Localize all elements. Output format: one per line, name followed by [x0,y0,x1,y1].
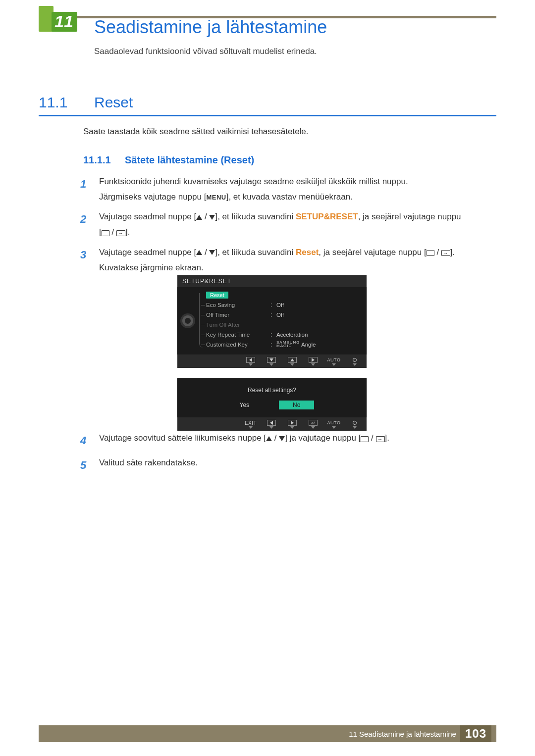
step-text: ], et liikuda suvandini [215,248,296,257]
step-1: 1 Funktsioonide juhendi kuvamiseks vajut… [80,174,490,204]
step-text: Vajutage seadmel nuppe [ [99,212,196,221]
step-number: 1 [80,174,90,204]
chapter-number: 11 [54,12,73,31]
osd-header: SETUP&RESET [177,275,367,287]
step-2: 2 Vajutage seadmel nuppe [ / ], et liiku… [80,209,490,240]
osd-row-label: Eco Saving [206,302,270,308]
gear-icon [182,315,193,326]
section-number: 11.1 [39,94,67,111]
step-3: 3 Vajutage seadmel nuppe [ / ], et liiku… [80,245,490,275]
nav-auto-icon: AUTO [327,420,341,429]
step-text: ], et kuvada vastav menüüekraan. [226,192,353,202]
step-text: Funktsioonide juhendi kuvamiseks vajutag… [99,177,408,186]
osd-row-offtimer: Off Timer:Off [200,310,367,320]
step-text: Järgmiseks vajutage nuppu [ [99,192,206,202]
nav-power-icon [348,420,362,429]
step-text: Kuvatakse järgmine ekraan. [99,263,204,272]
step-text: ]. [385,433,389,443]
osd-row-customkey: Customized Key:SAMSUNGMAGIC Angle [200,340,367,350]
subsection-title: Sätete lähtestamine (Reset) [125,154,254,166]
nav-enter-icon: ↵ [306,420,320,429]
step-5: 5 Valitud säte rakendatakse. [80,455,490,475]
osd-row-eco: Eco Saving:Off [200,300,367,310]
step-number: 2 [80,209,90,240]
reset-link: Reset [296,248,319,257]
osd-nav-bar: AUTO [177,354,367,368]
source-enter-icon: / [102,225,125,240]
steps-list-2: 4 Vajutage soovitud sättele liikumiseks … [80,431,490,480]
section-rule [39,115,496,116]
steps-list: 1 Funktsioonide juhendi kuvamiseks vajut… [80,174,490,280]
osd-nav-bar: EXIT ↵ AUTO [177,417,367,431]
section-title: Reset [94,94,133,111]
osd-setup-reset: SETUP&RESET Reset Eco Saving:Off Off Tim… [177,275,367,368]
footer-bar: 11 Seadistamine ja lähtestamine 103 [39,725,496,742]
setup-reset-link: SETUP&RESET [296,212,358,221]
osd-screenshots: SETUP&RESET Reset Eco Saving:Off Off Tim… [177,275,367,441]
section-desc: Saate taastada kõik seadme sätted vaikim… [83,127,309,137]
osd-row-value: Off [276,302,284,308]
subsection-number: 11.1.1 [83,154,111,166]
osd-row-turnoff: Turn Off After [200,320,367,330]
step-text: Valitud säte rakendatakse. [99,458,198,467]
osd-row-value: Acceleration [276,332,308,338]
confirm-yes: Yes [230,401,260,409]
osd-row-reset: Reset [200,290,367,300]
step-number: 4 [80,431,90,451]
osd-row-label: Key Repeat Time [206,332,270,338]
page-number: 103 [460,725,491,742]
step-text: Vajutage soovitud sättele liikumiseks nu… [99,433,266,443]
chapter-title: Seadistamine ja lähtestamine [94,17,327,38]
chapter-intro: Saadaolevad funktsioonid võivad sõltuval… [94,47,317,56]
nav-power-icon [348,357,362,366]
osd-row-value: Angle [301,342,316,348]
step-text: , ja seejärel vajutage nuppu [358,212,461,221]
nav-up-icon [285,357,299,366]
step-text: ] ja vajutage nuppu [ [285,433,361,443]
nav-left-icon [244,357,258,366]
osd-row-keyrepeat: Key Repeat Time:Acceleration [200,330,367,340]
up-down-icon: / [196,209,215,225]
confirm-question: Reset all settings? [177,387,367,394]
step-text: ]. [125,227,130,237]
osd-row-value: Off [276,312,284,318]
step-number: 3 [80,245,90,275]
menu-label: MENU [206,194,226,201]
magic-brand: SAMSUNGMAGIC [276,341,300,348]
up-down-icon: / [196,245,215,260]
step-number: 5 [80,455,90,475]
footer-text: 11 Seadistamine ja lähtestamine [349,730,456,738]
nav-left-icon [265,420,278,429]
nav-right-icon [306,357,320,366]
step-text: ], et liikuda suvandini [215,212,296,221]
step-4: 4 Vajutage soovitud sättele liikumiseks … [80,431,490,451]
osd-row-label: Off Timer [206,312,270,318]
osd-row-label: Customized Key [206,342,270,348]
step-text: Vajutage seadmel nuppe [ [99,248,196,257]
osd-confirm-dialog: Reset all settings? Yes No EXIT ↵ AUTO [177,378,367,431]
nav-right-icon [285,420,299,429]
step-text: , ja seejärel vajutage nuppu [ [319,248,426,257]
osd-row-label: Turn Off After [206,322,270,328]
chapter-badge: 11 [39,6,77,32]
nav-exit-icon: EXIT [244,420,258,429]
osd-row-label: Reset [206,292,228,299]
nav-auto-icon: AUTO [327,357,341,366]
source-enter-icon: / [427,245,450,260]
source-enter-icon: / [361,431,384,446]
nav-down-icon [265,357,278,366]
step-text: ]. [450,248,455,257]
up-down-icon: / [266,431,285,446]
confirm-no: No [279,401,314,409]
